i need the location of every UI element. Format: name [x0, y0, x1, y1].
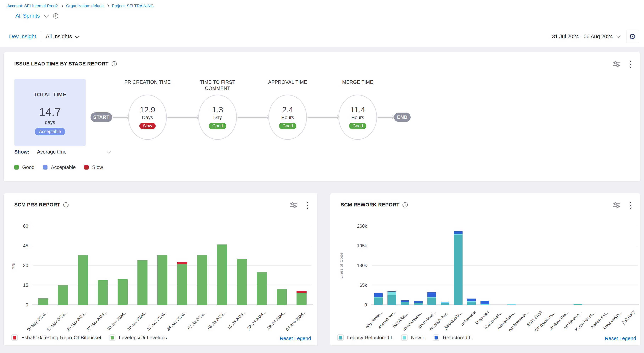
gridline	[372, 285, 638, 286]
bar-segment[interactable]	[58, 285, 68, 305]
x-axis-tick-label: 20 May 2024...	[66, 310, 88, 332]
bar-segment[interactable]	[428, 292, 436, 297]
chevron-right-icon	[60, 4, 64, 8]
info-icon[interactable]: i	[63, 202, 68, 208]
show-label: Show:	[14, 149, 29, 155]
bar-segment[interactable]	[414, 303, 422, 305]
bar-segment[interactable]	[454, 231, 462, 234]
bar-segment[interactable]	[78, 255, 88, 305]
bar-segment[interactable]	[138, 260, 148, 305]
gear-icon: ⚙	[629, 33, 636, 40]
bar-segment[interactable]	[454, 234, 462, 235]
breadcrumb-project[interactable]: Project: SEI TRAINING	[112, 4, 154, 8]
bar-segment[interactable]	[374, 298, 382, 305]
legend-item[interactable]: Levelops/Ui-Levelops	[109, 334, 167, 341]
scm-rework-legend: Legacy Refactored LNew LRefactored L	[337, 334, 472, 341]
bar-segment[interactable]	[414, 301, 422, 303]
legend-item[interactable]: Refactored L	[433, 334, 472, 341]
breadcrumb-account[interactable]: Account: SEI-Internal-Prod2	[7, 4, 58, 8]
legend-item[interactable]: Esha610/Testing-Repo-Of-Bitbucket	[12, 334, 101, 341]
settings-button[interactable]: ⚙	[626, 30, 639, 43]
bar-segment[interactable]	[507, 304, 516, 305]
widget-filters-icon[interactable]	[612, 201, 621, 210]
bar-segment[interactable]	[257, 272, 267, 305]
x-axis-tick-label: 03 Jun 2024...	[106, 310, 128, 331]
reset-legend-link[interactable]: Reset Legend	[605, 336, 636, 342]
y-axis-tick-label: 65k	[349, 282, 367, 288]
flow-arrow	[167, 117, 198, 118]
bar-segment[interactable]	[574, 304, 582, 305]
bar-segment[interactable]	[401, 300, 409, 302]
legend-label: Acceptable	[51, 164, 76, 170]
kebab-menu-icon[interactable]	[629, 201, 632, 210]
bar-segment[interactable]	[428, 297, 436, 298]
dev-insight-tab[interactable]: Dev Insight	[9, 34, 36, 40]
bar-segment[interactable]	[177, 262, 187, 264]
gridline	[33, 285, 312, 286]
scm-prs-title: SCM PRS REPORT	[14, 202, 60, 208]
bar-segment[interactable]	[441, 303, 449, 305]
bar-segment[interactable]	[467, 302, 476, 305]
bar-segment[interactable]	[177, 264, 187, 305]
bar-segment[interactable]	[157, 255, 167, 305]
scm-prs-chart: 015304560PRs06 May 2024...13 May 2024...…	[33, 226, 312, 305]
breadcrumb: Account: SEI-Internal-Prod2 Organization…	[7, 4, 154, 8]
bar-segment[interactable]	[374, 297, 382, 298]
bar-segment[interactable]	[374, 293, 382, 297]
bar-segment[interactable]	[480, 301, 489, 304]
stage-title: MERGE TIME	[319, 79, 396, 85]
legend-color-swatch	[43, 165, 48, 170]
bar-segment[interactable]	[388, 295, 396, 305]
y-axis-tick-label: 0	[349, 302, 367, 308]
bar-segment[interactable]	[217, 244, 227, 305]
stage-unit: Day	[213, 115, 222, 120]
kebab-menu-icon[interactable]	[306, 201, 309, 210]
chevron-down-icon	[75, 34, 79, 38]
insight-header-bar: Dev Insight All Insights 31 Jul 2024 - 0…	[0, 26, 644, 47]
bar-segment[interactable]	[401, 302, 409, 302]
flow-arrow	[308, 117, 338, 118]
insight-header-left: Dev Insight All Insights	[9, 26, 78, 47]
sprint-selector[interactable]: All Sprints i	[16, 13, 58, 19]
bar-segment[interactable]	[388, 292, 396, 295]
legend-item[interactable]: New L	[401, 334, 425, 341]
bar-segment[interactable]	[428, 298, 436, 305]
bar-segment[interactable]	[480, 304, 489, 305]
bar-segment[interactable]	[38, 298, 48, 305]
info-icon[interactable]: i	[53, 13, 58, 18]
bar-segment[interactable]	[441, 302, 449, 302]
bar-segment[interactable]	[296, 293, 306, 305]
gridline	[33, 226, 312, 226]
show-dropdown[interactable]: Show: Average time	[14, 149, 110, 155]
bar-segment[interactable]	[454, 235, 462, 305]
legend-item: Good	[14, 164, 34, 170]
date-range-picker[interactable]: 31 Jul 2024 - 06 Aug 2024	[552, 34, 620, 40]
bar-segment[interactable]	[197, 255, 207, 305]
bar-segment[interactable]	[277, 289, 287, 305]
x-axis-tick-label: 29 Jul 2024...	[266, 310, 287, 330]
stage-status-badge: Slow	[140, 122, 156, 129]
bar-segment[interactable]	[401, 302, 409, 305]
gridline	[33, 265, 312, 266]
bar-segment[interactable]	[388, 292, 396, 292]
legend-item[interactable]: Legacy Refactored L	[337, 334, 394, 341]
reset-legend-link[interactable]: Reset Legend	[280, 336, 311, 342]
insight-dropdown[interactable]: All Insights	[46, 34, 78, 40]
y-axis-tick-label: 260k	[349, 224, 367, 229]
widget-filters-icon[interactable]	[290, 201, 298, 210]
bar-segment[interactable]	[296, 291, 306, 293]
y-axis-tick-label: 130k	[349, 263, 367, 268]
bar-segment[interactable]	[118, 279, 128, 305]
bar-segment[interactable]	[467, 298, 476, 301]
bar-segment[interactable]	[237, 259, 247, 305]
stage-status-badge: Good	[209, 122, 226, 129]
scm-rework-card: SCM REWORK REPORT i 065k130k195k260kLine…	[330, 193, 640, 346]
info-icon[interactable]: i	[402, 202, 408, 208]
stage-value: 2.4	[282, 105, 293, 114]
stage-title: PR CREATION TIME	[109, 79, 186, 85]
insight-dropdown-label: All Insights	[46, 34, 72, 40]
chevron-down-icon	[106, 149, 110, 153]
y-axis-tick-label: 45	[10, 243, 28, 248]
bar-segment[interactable]	[98, 280, 108, 305]
breadcrumb-organization[interactable]: Organization: default	[66, 4, 104, 8]
